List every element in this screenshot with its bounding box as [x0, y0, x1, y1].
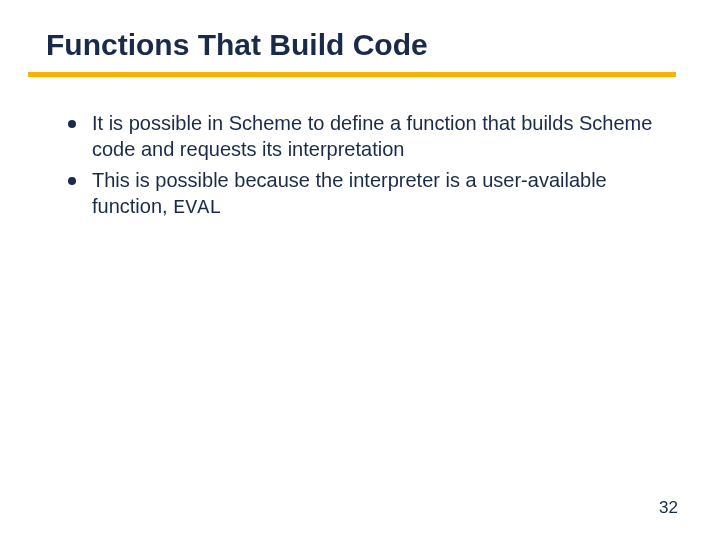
list-item: This is possible because the interpreter… — [66, 168, 654, 220]
slide-title: Functions That Build Code — [36, 28, 684, 62]
list-item: It is possible in Scheme to define a fun… — [66, 111, 654, 162]
bullet-list: It is possible in Scheme to define a fun… — [66, 111, 654, 220]
bullet-text: This is possible because the interpreter… — [92, 169, 607, 217]
bullet-text: It is possible in Scheme to define a fun… — [92, 112, 652, 160]
page-number: 32 — [659, 498, 678, 518]
code-token: EVAL — [173, 196, 221, 219]
slide: Functions That Build Code It is possible… — [0, 0, 720, 540]
slide-content: It is possible in Scheme to define a fun… — [36, 111, 684, 220]
title-divider — [28, 72, 676, 77]
